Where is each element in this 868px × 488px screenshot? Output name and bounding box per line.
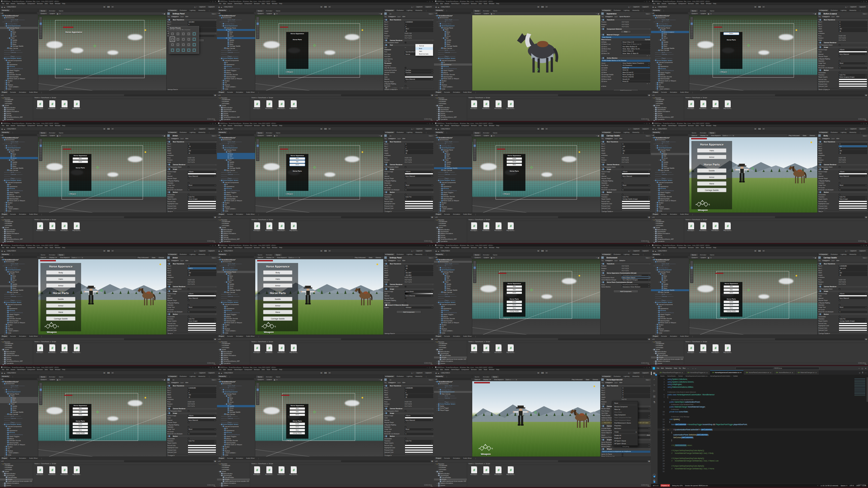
tree-arrow-icon[interactable]: ▸	[219, 351, 221, 352]
tree-arrow-icon[interactable]: ▸	[5, 62, 7, 63]
tree-arrow-icon[interactable]: ▸	[2, 212, 4, 213]
tree-arrow-icon[interactable]: ▸	[2, 351, 4, 352]
tab-close-icon[interactable]: ✕	[706, 372, 708, 373]
hierarchy-item[interactable]: ▾TerrainDemoScene*	[434, 137, 472, 139]
hierarchy-item[interactable]: Saddle	[217, 161, 255, 163]
grid-view-icon[interactable]: ▦	[648, 216, 650, 218]
hierarchy-item[interactable]: ▸CG	[217, 204, 255, 206]
checkbox[interactable]: ✓	[839, 60, 840, 62]
hierarchy-item[interactable]: Hair	[217, 277, 255, 279]
tree-arrow-icon[interactable]: ▸	[222, 310, 224, 311]
tree-arrow-icon[interactable]: ▸	[222, 169, 224, 171]
property-field[interactable]: None (Material)⊙	[839, 53, 867, 55]
menu-gameobject[interactable]: GameObject	[451, 247, 460, 248]
active-checkbox[interactable]: ✓	[822, 135, 823, 137]
color-swatch[interactable]	[405, 445, 433, 446]
menu-gameobject[interactable]: GameObject	[17, 247, 26, 248]
project-tree-item[interactable]: ▸BefourStudios	[434, 351, 467, 352]
section-foldout-icon[interactable]: ▾	[818, 191, 819, 193]
tree-arrow-icon[interactable]: ▾	[435, 105, 436, 106]
tree-arrow-icon[interactable]: ▸	[222, 196, 224, 197]
project-tree-item[interactable]: ▸TerrainDemoScene_URP	[217, 238, 250, 240]
hierarchy-item[interactable]: Carriage Saddle	[217, 289, 255, 291]
tree-arrow-icon[interactable]: ▾	[218, 137, 219, 138]
project-tree-item[interactable]: ▾Assets	[0, 470, 33, 473]
hierarchy-item[interactable]: ▸Appearance	[0, 186, 38, 188]
property-field[interactable]: 0	[405, 391, 433, 393]
cloud-icon[interactable]: ☁	[437, 128, 439, 130]
checkbox[interactable]: ✓	[839, 56, 840, 57]
hierarchy-item[interactable]: Mane	[651, 165, 689, 167]
hierarchy-item[interactable]: Armor	[651, 157, 689, 159]
tab-animation[interactable]: Animation	[669, 213, 678, 215]
hierarchy-item[interactable]: ———— Game Stuff ————	[217, 385, 255, 387]
component-menu-icon[interactable]: ⋮	[215, 290, 216, 292]
panel-menu-icon[interactable]: ⋮	[11, 375, 14, 378]
tree-arrow-icon[interactable]: ▸	[219, 261, 221, 262]
panel-menu-icon[interactable]: ⋮	[858, 131, 862, 134]
checkbox[interactable]: ✓	[405, 426, 406, 428]
tab-scene[interactable]: Scene	[690, 132, 698, 134]
breadcrumb-segment[interactable]: Assets	[251, 341, 256, 343]
grid-toggle-icon[interactable]: ▦	[491, 257, 492, 259]
hierarchy-item[interactable]: ▸Environment	[0, 261, 38, 263]
hierarchy-item[interactable]: ▸Rotator	[0, 80, 38, 82]
property-field[interactable]: 0	[622, 394, 650, 396]
hierarchy-item[interactable]: ———— Game Stuff ————	[0, 263, 38, 265]
game-toolbar-button[interactable]: Stats	[368, 256, 374, 259]
tag-dropdown[interactable]: Untagged ▾	[388, 382, 397, 384]
project-tree-item[interactable]: ▸TutorialInfo	[0, 118, 33, 120]
game-toolbar-button[interactable]: Play Unfocused	[136, 256, 150, 259]
hierarchy-item[interactable]: ▸- Cloth Colliders -	[651, 330, 689, 332]
menu-assets[interactable]: Assets	[661, 3, 666, 4]
ui-button[interactable]: Mane	[46, 310, 75, 314]
tree-arrow-icon[interactable]: ▸	[438, 391, 440, 393]
tag-dropdown[interactable]: Untagged ▾	[170, 15, 180, 18]
tab-scene[interactable]: Scene	[473, 132, 481, 134]
tab-hierarchy[interactable]: Hierarchy	[1, 375, 10, 378]
object-picker-icon[interactable]: ⊙	[215, 297, 215, 299]
hierarchy-item[interactable]: ———— Items ————	[651, 171, 689, 173]
checkbox[interactable]: ✓	[622, 177, 623, 179]
color-swatch[interactable]	[839, 88, 867, 88]
panel-menu-icon[interactable]: ⋮	[641, 375, 645, 378]
search-icon[interactable]: ⌕	[630, 128, 631, 130]
property-field[interactable]: None (Material)⊙	[622, 175, 650, 177]
hierarchy-item[interactable]: ▸Cube	[0, 332, 38, 334]
anchor-preset-option[interactable]	[170, 42, 175, 47]
menu-services[interactable]: Services	[471, 247, 476, 248]
tab-animator[interactable]: Animator	[47, 10, 57, 12]
hierarchy-item[interactable]: Hair	[651, 277, 689, 279]
tree-arrow-icon[interactable]: ▸	[436, 485, 438, 486]
foldout[interactable]: ▸ Raycast Padding	[167, 302, 179, 304]
checkbox[interactable]: ✓	[839, 65, 840, 66]
component-menu-icon[interactable]: ⋮	[866, 263, 867, 265]
menu-help[interactable]: Help	[279, 3, 282, 4]
pause-button[interactable]: ❚❚	[540, 127, 545, 130]
property-field[interactable]: UISprite⊙	[188, 171, 216, 173]
hierarchy-item[interactable]: ▸Attack Triggers	[217, 70, 255, 72]
tab-hierarchy[interactable]: Hierarchy	[218, 9, 227, 11]
hierarchy-item[interactable]: ▸Main Canvas	[434, 393, 472, 395]
hierarchy-item[interactable]: ▾Internal Components	[0, 59, 38, 62]
hierarchy-item[interactable]: Body	[217, 275, 255, 277]
hierarchy-item[interactable]: ▸Montura	[217, 310, 255, 312]
section-foldout-icon[interactable]: ▾	[384, 385, 385, 386]
tree-arrow-icon[interactable]: ▸	[222, 188, 224, 189]
hierarchy-item[interactable]: ▸Animator Sounds	[651, 196, 689, 198]
tab-lighting[interactable]: Lighting	[405, 375, 413, 378]
property-field[interactable]: Armor (Image)⊙	[188, 320, 216, 322]
object-picker-icon[interactable]: ⊙	[215, 443, 215, 444]
tab-hierarchy[interactable]: Hierarchy	[652, 253, 661, 255]
component-menu-icon[interactable]: ⋮	[649, 439, 650, 441]
ui-button[interactable]: Body	[507, 286, 522, 288]
tree-arrow-icon[interactable]: ▾	[439, 149, 441, 151]
project-add-button[interactable]: + ▾	[435, 338, 437, 340]
project-tree-item[interactable]: ⌕ All Prefabs	[434, 103, 467, 105]
checkbox[interactable]: ✓	[839, 177, 840, 179]
hierarchy-item[interactable]: ▾Internal Components	[434, 59, 472, 62]
scene-toolbar-dropdown[interactable]: Center ▾	[473, 256, 482, 259]
component-checkbox[interactable]: ✓	[604, 282, 606, 283]
hierarchy-item[interactable]: ▸Cube	[651, 90, 689, 91]
layers-dropdown[interactable]: Layers ▾	[198, 5, 207, 8]
